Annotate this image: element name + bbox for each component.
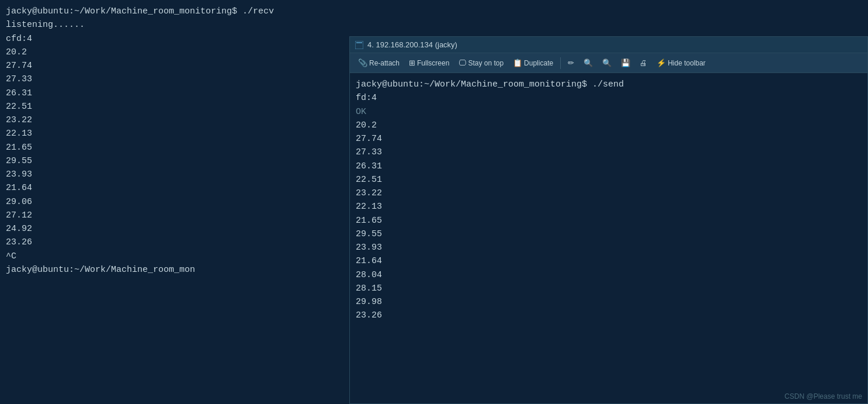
fullscreen-icon: ⊞ xyxy=(409,58,415,67)
terminal-line: jacky@ubuntu:~/Work/Machine_room_monitor… xyxy=(356,78,862,91)
toolbar-separator xyxy=(560,57,561,69)
terminal-line: 23.22 xyxy=(6,113,345,127)
save-icon: 💾 xyxy=(621,58,630,67)
reattach-label: Re-attach xyxy=(369,59,400,67)
terminal-line: 23.26 xyxy=(6,236,345,249)
terminal-line: 29.06 xyxy=(6,195,345,209)
terminal-line: 22.13 xyxy=(6,127,345,140)
terminal-line: 29.55 xyxy=(356,227,862,241)
toolbar-fullscreen[interactable]: ⊞Fullscreen xyxy=(405,57,453,68)
terminal-line: 26.31 xyxy=(6,87,345,100)
terminal-line: listening...... xyxy=(6,18,345,32)
toolbar-hide-toolbar[interactable]: ⚡Hide toolbar xyxy=(653,57,709,68)
reattach-icon: 📎 xyxy=(358,58,367,67)
terminal-line: fd:4 xyxy=(356,91,862,105)
terminal-line: 21.64 xyxy=(356,254,862,268)
terminal-line: 29.98 xyxy=(356,295,862,309)
terminal-line: 22.51 xyxy=(6,100,345,113)
terminal-line: 26.31 xyxy=(356,160,862,173)
terminal-line: 27.74 xyxy=(356,132,862,146)
toolbar: 📎Re-attach⊞Fullscreen🖵Stay on top📋Duplic… xyxy=(350,53,867,73)
stay-on-top-icon: 🖵 xyxy=(459,58,466,67)
terminal-line: 23.93 xyxy=(6,168,345,181)
terminal-line: 23.22 xyxy=(356,187,862,200)
terminal-line: 28.04 xyxy=(356,268,862,282)
terminal-line: jacky@ubuntu:~/Work/Machine_room_monitor… xyxy=(6,5,345,18)
title-bar[interactable]: 4. 192.168.200.134 (jacky) xyxy=(350,37,867,53)
toolbar-duplicate[interactable]: 📋Duplicate xyxy=(509,57,557,68)
window-icon xyxy=(355,40,364,50)
right-window: 4. 192.168.200.134 (jacky) 📎Re-attach⊞Fu… xyxy=(349,36,868,404)
watermark: CSDN @Please trust me xyxy=(784,392,862,400)
toolbar-zoom-out[interactable]: 🔍 xyxy=(599,57,615,68)
terminal-line: 21.65 xyxy=(356,214,862,227)
terminal-line: 22.51 xyxy=(356,173,862,187)
left-terminal: jacky@ubuntu:~/Work/Machine_room_monitor… xyxy=(0,0,350,404)
terminal-line: 29.55 xyxy=(6,154,345,168)
zoom-in-icon: 🔍 xyxy=(584,58,593,67)
edit-icon: ✏ xyxy=(568,58,574,67)
window-title: 4. 192.168.200.134 (jacky) xyxy=(367,40,457,49)
duplicate-label: Duplicate xyxy=(524,59,553,67)
stay-on-top-label: Stay on top xyxy=(468,59,504,67)
zoom-out-icon: 🔍 xyxy=(602,58,612,67)
terminal-line: 20.2 xyxy=(6,46,345,59)
terminal-line: 27.74 xyxy=(6,59,345,72)
toolbar-save[interactable]: 💾 xyxy=(617,57,634,68)
terminal-line: jacky@ubuntu:~/Work/Machine_room_mon xyxy=(6,263,345,277)
terminal-line: OK xyxy=(356,105,862,119)
terminal-line: 20.2 xyxy=(356,119,862,132)
terminal-line: 22.13 xyxy=(356,200,862,213)
terminal-line: 27.33 xyxy=(6,72,345,86)
terminal-line: 23.26 xyxy=(356,309,862,322)
terminal-line: 28.15 xyxy=(356,282,862,295)
terminal-line: 21.64 xyxy=(6,181,345,195)
svg-rect-1 xyxy=(356,42,362,43)
toolbar-zoom-in[interactable]: 🔍 xyxy=(580,57,596,68)
terminal-line: cfd:4 xyxy=(6,32,345,46)
hide-toolbar-label: Hide toolbar xyxy=(668,59,706,67)
toolbar-edit[interactable]: ✏ xyxy=(564,57,578,68)
toolbar-stay-on-top[interactable]: 🖵Stay on top xyxy=(455,57,507,68)
fullscreen-label: Fullscreen xyxy=(417,59,449,67)
terminal-line: 21.65 xyxy=(6,141,345,154)
terminal-line: 24.92 xyxy=(6,222,345,236)
terminal-line: 27.12 xyxy=(6,209,345,222)
hide-toolbar-icon: ⚡ xyxy=(657,58,666,67)
toolbar-print[interactable]: 🖨 xyxy=(636,57,651,68)
toolbar-reattach[interactable]: 📎Re-attach xyxy=(355,57,403,68)
print-icon: 🖨 xyxy=(640,58,647,67)
right-terminal-content: jacky@ubuntu:~/Work/Machine_room_monitor… xyxy=(350,73,867,403)
duplicate-icon: 📋 xyxy=(513,58,522,67)
terminal-line: 23.93 xyxy=(356,241,862,254)
terminal-line: 27.33 xyxy=(356,146,862,159)
terminal-line: ^C xyxy=(6,250,345,263)
